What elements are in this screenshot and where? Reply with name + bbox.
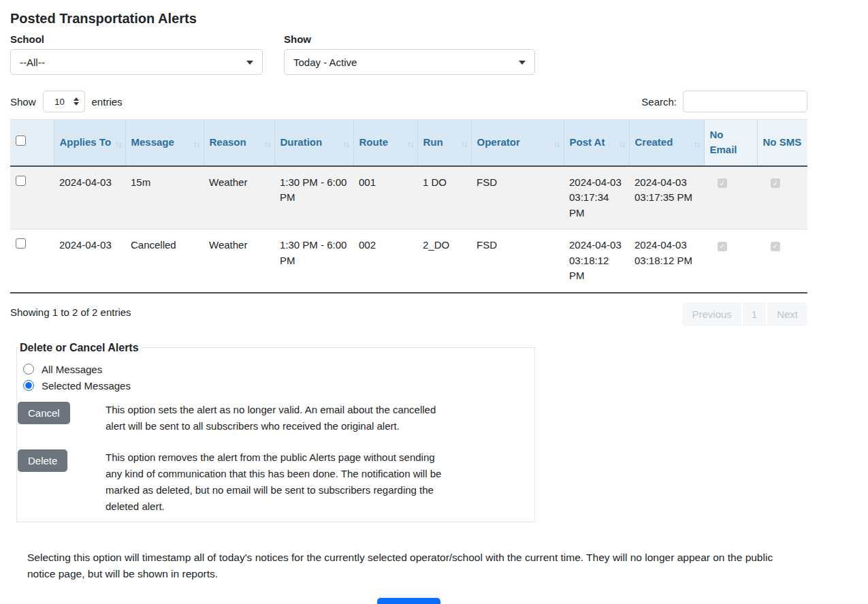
- sort-icon: ↑↓: [407, 138, 413, 151]
- col-header-reason[interactable]: Reason ↑↓: [204, 120, 274, 166]
- school-label: School: [10, 33, 263, 45]
- col-header-no-email: No Email: [704, 120, 757, 166]
- cell-post-at: 2024-04-03 03:17:34 PM: [564, 166, 629, 229]
- school-select-value: --All--: [20, 57, 45, 68]
- sort-icon: ↑↓: [461, 138, 467, 151]
- col-header-route[interactable]: Route ↑↓: [353, 120, 417, 166]
- cancel-action-row: Cancel This option sets the alert as no …: [18, 402, 534, 434]
- selected-messages-option[interactable]: Selected Messages: [23, 380, 534, 392]
- updown-icon: [74, 97, 79, 106]
- table-header-row: Applies To ↑↓ Message ↑↓ Reason ↑↓ Durat…: [10, 120, 807, 166]
- all-messages-option[interactable]: All Messages: [23, 364, 534, 375]
- cell-operator: FSD: [471, 229, 564, 293]
- sort-icon: ↑↓: [343, 138, 349, 151]
- select-all-header: [10, 120, 54, 166]
- no-sms-checked-icon: ✓: [771, 242, 780, 251]
- all-messages-radio[interactable]: [23, 364, 34, 375]
- row-select-checkbox[interactable]: [16, 238, 26, 249]
- selected-messages-radio[interactable]: [23, 380, 34, 391]
- sort-icon: ↑↓: [619, 138, 625, 151]
- search-control: Search:: [641, 91, 807, 112]
- show-select-value: Today - Active: [293, 57, 357, 68]
- table-info: Showing 1 to 2 of 2 entries: [10, 302, 131, 318]
- entries-select[interactable]: 10: [43, 91, 85, 112]
- table-row: 2024-04-03 15m Weather 1:30 PM - 6:00 PM…: [10, 166, 807, 229]
- col-header-post-at[interactable]: Post At ↑↓: [564, 120, 629, 166]
- table-row: 2024-04-03 Cancelled Weather 1:30 PM - 6…: [10, 229, 807, 293]
- page: Posted Transportation Alerts School --Al…: [0, 0, 818, 604]
- cell-message: 15m: [125, 166, 204, 229]
- cell-message: Cancelled: [125, 229, 204, 293]
- cancel-button[interactable]: Cancel: [18, 402, 70, 424]
- pagination-next[interactable]: Next: [767, 302, 807, 326]
- show-filter-group: Show Today - Active: [284, 33, 535, 75]
- cell-post-at: 2024-04-03 03:18:12 PM: [564, 229, 629, 293]
- cell-run: 2_DO: [417, 229, 471, 293]
- entries-length-control: Show 10 entries: [10, 91, 123, 112]
- school-select[interactable]: --All--: [10, 49, 263, 75]
- cell-reason: Weather: [204, 166, 274, 229]
- all-clear-note: Selecting this option will timestamp all…: [27, 550, 776, 582]
- cell-created: 2024-04-03 03:18:12 PM: [629, 229, 704, 293]
- col-header-message[interactable]: Message ↑↓: [125, 120, 204, 166]
- chevron-down-icon: [246, 61, 253, 65]
- col-header-duration[interactable]: Duration ↑↓: [274, 120, 353, 166]
- cell-applies-to: 2024-04-03: [54, 166, 125, 229]
- chevron-down-icon: [519, 61, 526, 65]
- search-label: Search:: [641, 96, 677, 108]
- entries-prefix: Show: [10, 96, 36, 108]
- sort-icon: ↑↓: [115, 138, 121, 151]
- pagination: Previous 1 Next: [682, 302, 807, 326]
- cell-created: 2024-04-03 03:17:35 PM: [629, 166, 704, 229]
- entries-suffix: entries: [92, 96, 123, 108]
- all-clear-button[interactable]: All Clear: [377, 598, 440, 604]
- pagination-previous[interactable]: Previous: [682, 302, 742, 326]
- cell-duration: 1:30 PM - 6:00 PM: [274, 229, 353, 293]
- sort-icon: ↑↓: [193, 138, 199, 151]
- cell-applies-to: 2024-04-03: [54, 229, 125, 293]
- sort-icon: ↑↓: [694, 138, 700, 151]
- message-scope-radios: All Messages Selected Messages: [23, 364, 534, 392]
- delete-cancel-fieldset: Delete or Cancel Alerts All Messages Sel…: [16, 342, 535, 522]
- delete-button[interactable]: Delete: [18, 449, 67, 472]
- search-input[interactable]: [683, 91, 807, 112]
- cell-route: 002: [353, 229, 417, 293]
- cancel-description: This option sets the alert as no longer …: [106, 402, 449, 434]
- no-email-checked-icon: ✓: [718, 242, 727, 251]
- col-header-operator[interactable]: Operator ↑↓: [471, 120, 564, 166]
- cell-duration: 1:30 PM - 6:00 PM: [274, 166, 353, 229]
- col-header-run[interactable]: Run ↑↓: [417, 120, 471, 166]
- fieldset-legend: Delete or Cancel Alerts: [18, 342, 142, 354]
- no-email-checked-icon: ✓: [718, 178, 727, 188]
- table-footer: Showing 1 to 2 of 2 entries Previous 1 N…: [10, 302, 807, 326]
- entries-select-value: 10: [54, 97, 64, 107]
- cell-run: 1 DO: [417, 166, 471, 229]
- pagination-page-1[interactable]: 1: [743, 302, 767, 326]
- school-filter-group: School --All--: [10, 33, 263, 75]
- alerts-table: Applies To ↑↓ Message ↑↓ Reason ↑↓ Durat…: [10, 119, 807, 293]
- col-header-no-sms: No SMS: [757, 120, 807, 166]
- cell-operator: FSD: [471, 166, 564, 229]
- col-header-created[interactable]: Created ↑↓: [629, 120, 704, 166]
- row-select-checkbox[interactable]: [16, 176, 26, 186]
- delete-description: This option removes the alert from the p…: [106, 449, 449, 515]
- cell-route: 001: [353, 166, 417, 229]
- table-controls: Show 10 entries Search:: [10, 91, 807, 112]
- page-title: Posted Transportation Alerts: [10, 11, 807, 27]
- col-header-applies-to[interactable]: Applies To ↑↓: [54, 120, 125, 166]
- filters-row: School --All-- Show Today - Active: [10, 33, 807, 75]
- delete-action-row: Delete This option removes the alert fro…: [18, 449, 534, 515]
- cell-reason: Weather: [204, 229, 274, 293]
- no-sms-checked-icon: ✓: [771, 178, 780, 188]
- select-all-checkbox[interactable]: [16, 136, 26, 146]
- sort-icon: ↑↓: [553, 138, 560, 151]
- show-select[interactable]: Today - Active: [284, 49, 535, 75]
- sort-icon: ↑↓: [264, 138, 270, 151]
- show-label: Show: [284, 33, 535, 45]
